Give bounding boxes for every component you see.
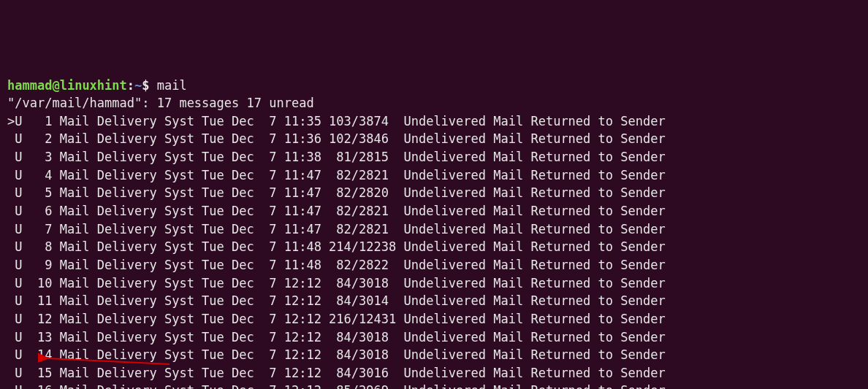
prompt-tilde: ~: [134, 78, 142, 93]
terminal[interactable]: hammad@linuxhint:~$ mail "/var/mail/hamm…: [7, 77, 861, 389]
prompt-dollar: $: [142, 78, 149, 93]
prompt-line: hammad@linuxhint:~$ mail: [7, 78, 187, 93]
message-list: >U 1 Mail Delivery Syst Tue Dec 7 11:35 …: [7, 114, 666, 389]
prompt-user: hammad: [7, 78, 52, 93]
prompt-colon: :: [127, 78, 134, 93]
prompt-host: linuxhint: [60, 78, 127, 93]
mailbox-header: "/var/mail/hammad": 17 messages 17 unrea…: [7, 96, 314, 110]
typed-command: mail: [157, 78, 187, 93]
prompt-at: @: [52, 78, 59, 93]
